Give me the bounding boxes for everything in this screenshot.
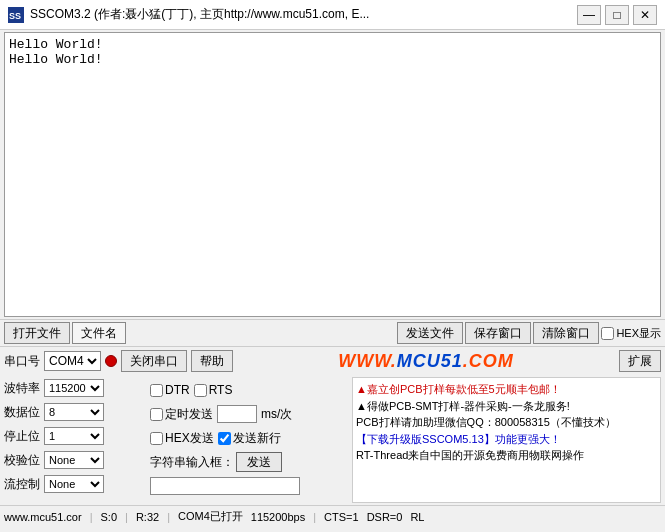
toolbar: 打开文件 文件名 发送文件 保存窗口 清除窗口 HEX显示: [0, 319, 665, 347]
open-file-button[interactable]: 打开文件: [4, 322, 70, 344]
ad-line-5: RT-Thread来自中国的开源免费商用物联网操作: [356, 447, 657, 464]
output-line-1: Hello World!: [9, 37, 656, 52]
window-controls: — □ ✕: [577, 5, 657, 25]
newline-checkbox[interactable]: [218, 432, 231, 445]
stop-bits-row: 停止位 1 1.5 2: [4, 425, 144, 447]
baud-label: 波特率: [4, 380, 42, 397]
maximize-button[interactable]: □: [605, 5, 629, 25]
ad-line-4: 【下载升级版SSCOM5.13】功能更强大！: [356, 431, 657, 448]
status-website: www.mcu51.cor: [4, 511, 82, 523]
expand-button[interactable]: 扩展: [619, 350, 661, 372]
ad-line-3: PCB打样请加助理微信QQ：800058315（不懂技术）: [356, 414, 657, 431]
terminal-output: Hello World! Hello World!: [4, 32, 661, 317]
timed-send-value[interactable]: 100: [217, 405, 257, 423]
mcu-www: WWW.: [338, 351, 397, 371]
data-bits-select[interactable]: 8 5 6 7: [44, 403, 104, 421]
status-bar: www.mcu51.cor | S:0 | R:32 | COM4已打开 115…: [0, 505, 665, 527]
data-bits-row: 数据位 8 5 6 7: [4, 401, 144, 423]
port-select[interactable]: COM4 COM1 COM2 COM3: [44, 351, 101, 371]
file-name-button[interactable]: 文件名: [72, 322, 126, 344]
dtr-label[interactable]: DTR: [150, 383, 190, 397]
hex-send-checkbox[interactable]: [150, 432, 163, 445]
window-title: SSCOM3.2 (作者:聂小猛(丁丁), 主页http://www.mcu51…: [30, 6, 577, 23]
timed-send-label[interactable]: 定时发送: [150, 406, 213, 423]
ad-line-2: ▲得做PCB-SMT打样-器件采购-一条龙服务!: [356, 398, 657, 415]
status-cts: CTS=1: [324, 511, 359, 523]
stop-bits-select[interactable]: 1 1.5 2: [44, 427, 104, 445]
port-status-indicator: [105, 355, 117, 367]
char-input-label: 字符串输入框：: [150, 454, 234, 471]
hex-send-label[interactable]: HEX发送: [150, 430, 214, 447]
ad-line-1: ▲嘉立创PCB打样每款低至5元顺丰包邮！: [356, 381, 657, 398]
send-button[interactable]: 发送: [236, 452, 282, 472]
svg-text:SS: SS: [9, 11, 21, 21]
hex-newline-row: HEX发送 发送新行: [150, 427, 346, 449]
serial-input[interactable]: 13: [150, 477, 300, 495]
parity-row: 校验位 None Odd Even: [4, 449, 144, 471]
status-dsr: DSR=0: [367, 511, 403, 523]
close-button[interactable]: ✕: [633, 5, 657, 25]
timed-send-checkbox[interactable]: [150, 408, 163, 421]
bottom-panel: 波特率 115200 9600 19200 38400 57600 数据位 8 …: [0, 375, 665, 505]
flow-control-row: 流控制 None Hardware Software: [4, 473, 144, 495]
help-button[interactable]: 帮助: [191, 350, 233, 372]
port-label: 串口号: [4, 353, 40, 370]
minimize-button[interactable]: —: [577, 5, 601, 25]
rts-checkbox[interactable]: [194, 384, 207, 397]
status-baud: 115200bps: [251, 511, 305, 523]
status-port: COM4已打开: [178, 509, 243, 524]
app-icon: SS: [8, 7, 24, 23]
send-file-button[interactable]: 发送文件: [397, 322, 463, 344]
char-input-row: 字符串输入框： 发送: [150, 451, 346, 473]
rts-label[interactable]: RTS: [194, 383, 233, 397]
flow-control-select[interactable]: None Hardware Software: [44, 475, 104, 493]
save-window-button[interactable]: 保存窗口: [465, 322, 531, 344]
status-rl: RL: [410, 511, 424, 523]
serial-port-row: 串口号 COM4 COM1 COM2 COM3 关闭串口 帮助 WWW.MCU5…: [0, 347, 665, 375]
dtr-checkbox[interactable]: [150, 384, 163, 397]
options-panel: DTR RTS 定时发送 100 ms/次 HEX发送 发送新行: [148, 377, 348, 503]
title-bar: SS SSCOM3.2 (作者:聂小猛(丁丁), 主页http://www.mc…: [0, 0, 665, 30]
baud-row: 波特率 115200 9600 19200 38400 57600: [4, 377, 144, 399]
flow-control-label: 流控制: [4, 476, 42, 493]
hex-display-checkbox[interactable]: [601, 327, 614, 340]
parity-label: 校验位: [4, 452, 42, 469]
baud-select[interactable]: 115200 9600 19200 38400 57600: [44, 379, 104, 397]
ms-label: ms/次: [261, 406, 292, 423]
newline-label[interactable]: 发送新行: [218, 430, 281, 447]
mcu-logo: WWW.MCU51.COM: [338, 351, 514, 372]
hex-display-check[interactable]: HEX显示: [601, 326, 661, 341]
ad-panel: ▲嘉立创PCB打样每款低至5元顺丰包邮！ ▲得做PCB-SMT打样-器件采购-一…: [352, 377, 661, 503]
close-port-button[interactable]: 关闭串口: [121, 350, 187, 372]
data-bits-label: 数据位: [4, 404, 42, 421]
status-r: R:32: [136, 511, 159, 523]
clear-window-button[interactable]: 清除窗口: [533, 322, 599, 344]
output-line-3: Hello World!: [9, 52, 656, 67]
parity-select[interactable]: None Odd Even: [44, 451, 104, 469]
mcu-domain: .COM: [463, 351, 514, 371]
status-s: S:0: [101, 511, 118, 523]
dtr-rts-row: DTR RTS: [150, 379, 346, 401]
input-value-row: 13: [150, 475, 346, 497]
timed-send-row: 定时发送 100 ms/次: [150, 403, 346, 425]
params-panel: 波特率 115200 9600 19200 38400 57600 数据位 8 …: [4, 377, 144, 503]
hex-display-label: HEX显示: [616, 326, 661, 341]
mcu-name: MCU51: [397, 351, 463, 371]
stop-bits-label: 停止位: [4, 428, 42, 445]
